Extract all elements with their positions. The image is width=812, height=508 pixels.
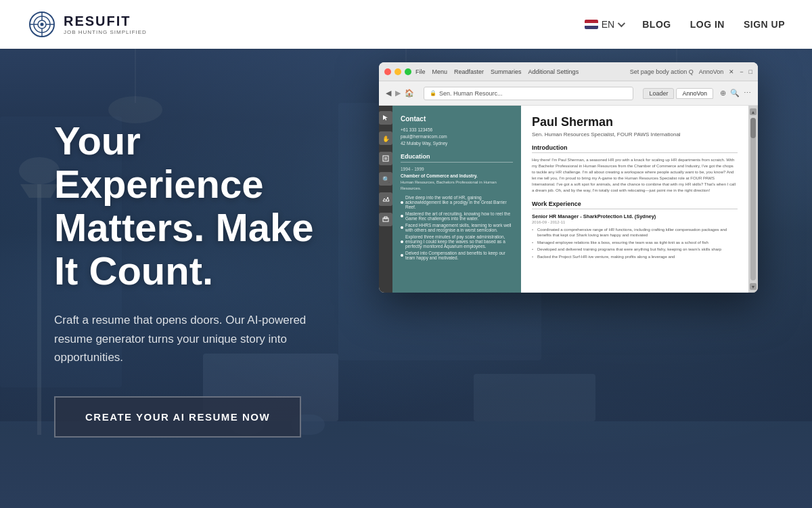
hero-title: Your Experience Matters. Make It Count. (54, 119, 338, 292)
scroll-down-button[interactable]: ▼ (750, 283, 757, 290)
svg-point-3 (41, 23, 44, 26)
hero-content: Your Experience Matters. Make It Count. … (0, 49, 812, 508)
resume-job-bullet-2: Managed employee relations like a boss, … (532, 240, 738, 245)
browser-tab-active[interactable]: AnnoVon (676, 88, 713, 99)
pdf-tool-zoom[interactable]: 🔍 (379, 172, 392, 186)
hero-title-line1: Your (54, 119, 141, 163)
resume-skill-4: Explored three minutes of pay scale admi… (401, 234, 513, 249)
menu-readfaster[interactable]: Readfaster (454, 68, 484, 75)
scroll-up-button[interactable]: ▲ (750, 108, 757, 115)
resume-address: 42 Mulaby Way, Sydney (401, 140, 513, 147)
resume-intro-heading: Introduction (532, 144, 738, 153)
home-button[interactable]: 🏠 (405, 89, 414, 98)
hero-subtitle: Craft a resume that opens doors. Our AI-… (54, 311, 325, 366)
browser-toolbar-label: Set page body action Q (630, 68, 694, 75)
resume-edu-school: Chamber of Commerce and Industry. (401, 173, 513, 178)
logo-name: RESUFIT (64, 14, 147, 29)
skill-bullet-icon (401, 215, 403, 217)
resume-contact-info: +61 333 123456 paul@hermanicom.com 42 Mu… (401, 127, 513, 146)
resume-document: Contact +61 333 123456 paul@hermanicom.c… (392, 106, 758, 293)
logo-icon (27, 9, 57, 39)
pdf-tool-select[interactable] (379, 152, 392, 165)
pdf-tool-stamp[interactable] (379, 213, 392, 226)
svg-text:🔍: 🔍 (382, 175, 390, 183)
resume-job-title-1: Senior HR Manager - SharkProtection Ltd.… (532, 213, 738, 219)
pdf-scrollbar[interactable]: ▲ ▼ (748, 106, 758, 293)
resume-skill-3: Faced HHRS management skills, learning t… (401, 223, 513, 232)
svg-text:✋: ✋ (382, 135, 390, 142)
chevron-down-icon (618, 20, 625, 27)
menu-additional-settings[interactable]: Additional Settings (528, 68, 579, 75)
menu-summaries[interactable]: Summaries (491, 68, 522, 75)
resume-phone: +61 333 123456 (401, 127, 513, 133)
url-text: Sen. Human Resourc... (439, 90, 503, 97)
resume-skill-2: Mastered the art of recruiting, knowing … (401, 211, 513, 221)
resume-job-period-1: 2016-09 - 2012-11 (532, 220, 738, 224)
close-icon[interactable]: ✕ (729, 68, 734, 75)
us-flag-icon (585, 20, 598, 29)
url-bar[interactable]: 🔒 Sen. Human Resourc... (424, 87, 633, 100)
resume-job-bullet-3: Developed and delivered training program… (532, 247, 738, 252)
zoom-in-icon[interactable]: ⊕ (720, 89, 726, 98)
language-selector[interactable]: EN (585, 19, 623, 30)
resume-work-heading: Work Experience (532, 200, 738, 209)
expand-icon[interactable]: □ (749, 68, 752, 75)
back-button[interactable]: ◀ (386, 89, 391, 98)
browser-tab-area: Loader AnnoVon (643, 88, 713, 99)
resume-edu-year: 1994 - 1999 (401, 167, 513, 171)
forward-button[interactable]: ▶ (395, 89, 401, 98)
hero-section: Your Experience Matters. Make It Count. … (0, 49, 812, 508)
pdf-sidebar: ✋ 🔍 (379, 106, 392, 293)
resume-right-column: Paul Sherman Sen. Human Resources Specia… (521, 106, 748, 293)
logo: RESUFIT JOB HUNTING SIMPLIFIED (27, 9, 147, 39)
browser-top-bar: File Menu Readfaster Summaries Additiona… (379, 62, 758, 81)
skill-bullet-icon (401, 226, 403, 229)
browser-url-bar: ◀ ▶ 🏠 🔒 Sen. Human Resourc... Loader Ann… (379, 81, 758, 106)
pdf-tool-annotate[interactable] (379, 192, 392, 206)
pdf-tool-cursor[interactable] (379, 111, 392, 125)
maximize-window-button[interactable] (405, 68, 411, 75)
menu-menu[interactable]: Menu (432, 68, 448, 75)
login-link[interactable]: LOG IN (690, 19, 725, 30)
resume-skill-1: Dive deep into the world of HR, gaining … (401, 195, 513, 209)
hero-title-line3: Matters. Make (54, 205, 314, 249)
resume-preview-window: File Menu Readfaster Summaries Additiona… (379, 62, 758, 293)
cta-button[interactable]: CREATE YOUR AI RESUME NOW (54, 396, 301, 438)
close-window-button[interactable] (384, 68, 391, 75)
minimize-window-button[interactable] (394, 68, 401, 75)
more-icon[interactable]: ⋯ (744, 89, 751, 98)
nav: EN BLOG LOG IN SIGN UP (585, 19, 785, 30)
minimize-icon[interactable]: − (740, 68, 743, 75)
resume-contact-title: Contact (401, 115, 513, 123)
resume-intro-text: Hey there! I'm Paul Sherman, a seasoned … (532, 157, 738, 194)
hero-left-panel: Your Experience Matters. Make It Count. … (0, 79, 338, 478)
signup-link[interactable]: SIGN UP (744, 19, 785, 30)
resume-left-column: Contact +61 333 123456 paul@hermanicom.c… (392, 106, 521, 293)
resume-email: paul@hermanicom.com (401, 133, 513, 140)
scroll-thumb[interactable] (750, 118, 756, 138)
logo-text: RESUFIT JOB HUNTING SIMPLIFIED (64, 14, 147, 35)
resume-job-bullet-4: Backed the Project Surf-HR-ive venture, … (532, 254, 738, 259)
browser-window-controls (384, 68, 411, 75)
lang-label: EN (602, 19, 614, 30)
browser-action-bar: Set page body action Q AnnoVon ✕ − □ (630, 68, 752, 75)
pdf-viewer: ✋ 🔍 (379, 106, 758, 293)
svg-rect-26 (384, 157, 387, 160)
skill-bullet-icon (401, 254, 403, 257)
header: RESUFIT JOB HUNTING SIMPLIFIED EN BLOG L… (0, 0, 812, 49)
anno-von-tab[interactable]: AnnoVon (699, 68, 724, 75)
logo-tagline: JOB HUNTING SIMPLIFIED (64, 29, 147, 35)
search-icon[interactable]: 🔍 (730, 89, 740, 98)
menu-file[interactable]: File (415, 68, 426, 75)
lock-icon: 🔒 (430, 90, 436, 96)
hero-title-line2: Experience (54, 162, 264, 206)
blog-link[interactable]: BLOG (642, 19, 671, 30)
scroll-track (750, 118, 756, 280)
resume-job-bullet-1: Coordinated a comprehensive range of HR … (532, 227, 738, 238)
pdf-tool-hand[interactable]: ✋ (379, 131, 392, 145)
hero-title-line4: It Count. (54, 249, 213, 293)
resume-skill-5: Delved into Compensation and benefits to… (401, 251, 513, 260)
browser-tab-loader[interactable]: Loader (643, 88, 674, 99)
resume-edu-degree: Human Resources, Bachelors Professional … (401, 179, 513, 191)
skill-bullet-icon (401, 240, 403, 243)
